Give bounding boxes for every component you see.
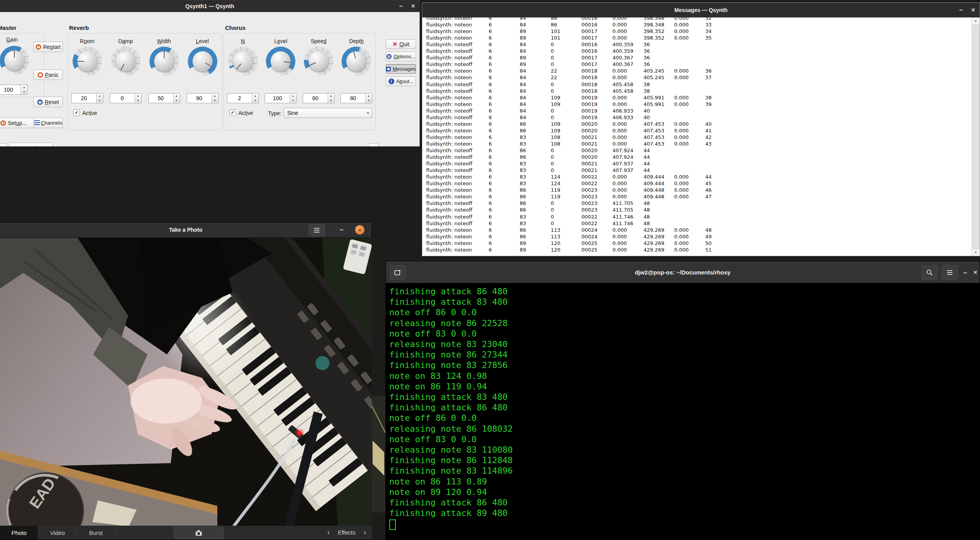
channels-button[interactable]: Channels [33,118,63,128]
camera-minimize-button[interactable]: – [340,226,343,234]
panic-button[interactable]: Panic [33,69,63,80]
scrollbar-thumb[interactable] [973,24,979,249]
camera-close-button[interactable]: × [355,225,364,234]
log-cell: 36 [644,48,650,54]
options-button[interactable]: Options... [386,52,416,61]
camera-window-title: Take a Photo [169,227,202,233]
spin-down-icon[interactable]: ▼ [328,98,334,103]
n-spinbox[interactable]: 2 ▲▼ [227,93,259,103]
tab-photo[interactable]: Photo [0,526,38,540]
log-cell: 48 [705,227,712,233]
camera-menu-button[interactable] [309,224,325,236]
n-knob[interactable] [228,47,258,76]
terminal-close-button[interactable]: × [973,269,978,276]
width-knob[interactable] [149,47,179,76]
spin-down-icon[interactable]: ▼ [252,98,258,103]
spin-arrows[interactable]: ▲▼ [212,94,218,103]
reset-button[interactable]: Reset [33,97,63,107]
spin-arrows[interactable]: ▲▼ [173,94,180,103]
depth-spinbox[interactable]: 80 ▲▼ [340,93,372,103]
messages-button[interactable]: Messages [386,64,416,74]
log-cell: 109 [551,128,560,134]
effects-next-button[interactable]: › [360,527,369,538]
terminal-body[interactable]: finishing attack 86 480finishing attack … [386,283,980,540]
reset-label: Reset [45,99,59,105]
scroll-up-icon[interactable]: ▲ [972,19,980,23]
log-row: fluidsynth: noteoff683000021407.93744 [422,167,972,174]
spin-up-icon[interactable]: ▲ [366,94,372,98]
log-cell: 86 [551,17,557,21]
terminal-minimize-button[interactable]: – [962,269,969,277]
chorus-active-checkbox[interactable]: ✓ Active [229,109,253,116]
log-cell: 0 [551,161,554,167]
gain-spinbox[interactable]: 100 ▲ ▼ [0,85,28,95]
terminal-titlebar[interactable]: djw2@pop-os: ~/Documents/rhosy [386,261,980,283]
reverb-level-knob[interactable] [188,47,217,76]
tab-burst[interactable]: Burst [77,526,115,540]
remove-engine-button[interactable]: ✕ [368,143,379,146]
restart-button[interactable]: Restart [33,42,63,52]
gain-knob[interactable] [0,46,29,75]
spin-down-icon[interactable]: ▼ [366,98,372,103]
spin-down-icon[interactable]: ▼ [290,98,296,103]
spin-arrows[interactable]: ▲▼ [135,94,141,103]
panic-icon [38,72,43,78]
spin-down-icon[interactable]: ▼ [173,98,180,103]
add-engine-button[interactable]: + [0,143,7,146]
reverb-active-checkbox[interactable]: ✓ Active [73,109,97,116]
setup-label: Setup... [8,120,26,126]
chorus-level-knob[interactable] [266,47,295,76]
quit-button[interactable]: ✕ Quit [386,39,416,49]
spin-arrows[interactable]: ▲▼ [290,94,296,103]
spin-arrows[interactable]: ▲▼ [252,94,258,103]
chorus-depth-control: Depth 80 ▲▼ [340,38,372,103]
width-spinbox[interactable]: 50 ▲▼ [148,93,180,103]
spin-up-icon[interactable]: ▲ [135,94,141,98]
tab-video[interactable]: Video [38,526,77,540]
gain-spin-arrows[interactable]: ▲ ▼ [21,85,27,94]
reverb-level-spinbox[interactable]: 90 ▲▼ [187,93,219,103]
minimize-icon[interactable]: – [958,7,964,13]
spin-up-icon[interactable]: ▲ [212,94,218,98]
qsynth-titlebar[interactable]: Qsynth1 — Qsynth – × [0,0,420,12]
terminal-menu-button[interactable] [942,265,958,280]
spin-down-icon[interactable]: ▼ [21,90,27,94]
speed-knob[interactable] [304,47,333,76]
room-knob[interactable] [73,47,102,76]
minimize-icon[interactable]: – [398,3,404,9]
spin-down-icon[interactable]: ▼ [97,98,103,103]
close-icon[interactable]: × [970,7,977,13]
new-tab-button[interactable] [390,265,406,280]
spin-up-icon[interactable]: ▲ [97,94,103,98]
spin-down-icon[interactable]: ▼ [212,98,218,103]
spin-arrows[interactable]: ▲▼ [96,94,103,103]
spin-arrows[interactable]: ▲▼ [365,94,372,103]
spin-up-icon[interactable]: ▲ [21,85,27,90]
log-cell: 00020 [581,128,597,134]
scroll-down-icon[interactable]: ▼ [972,251,980,254]
depth-knob[interactable] [342,47,371,76]
close-icon[interactable]: × [410,3,416,9]
spin-up-icon[interactable]: ▲ [173,94,180,98]
spin-arrows[interactable]: ▲▼ [328,94,334,103]
chorus-level-spinbox[interactable]: 100 ▲▼ [265,93,297,103]
messages-titlebar[interactable]: Messages — Qsynth – × [422,3,980,17]
log-cell: 6 [489,48,492,54]
messages-scrollbar[interactable]: ▲ ▼ [971,17,980,256]
terminal-line: finishing attack 86 480 [389,286,980,297]
spin-up-icon[interactable]: ▲ [252,94,258,98]
speed-spinbox[interactable]: 80 ▲▼ [303,93,335,103]
engine-tab-qsynth1[interactable]: Qsynth1 [9,142,53,146]
spin-up-icon[interactable]: ▲ [328,94,334,98]
spin-down-icon[interactable]: ▼ [135,98,141,103]
damp-spinbox[interactable]: 0 ▲▼ [110,93,142,103]
about-button[interactable]: i About... [386,76,416,86]
damp-knob[interactable] [111,47,140,76]
search-button[interactable] [921,265,938,280]
type-combobox[interactable]: Sine ▼ [284,108,372,118]
spin-up-icon[interactable]: ▲ [290,94,296,98]
effects-button[interactable]: Effects [335,529,358,536]
effects-prev-button[interactable]: ‹ [324,527,333,538]
shutter-button[interactable] [174,527,224,539]
room-spinbox[interactable]: 20 ▲▼ [71,93,103,103]
